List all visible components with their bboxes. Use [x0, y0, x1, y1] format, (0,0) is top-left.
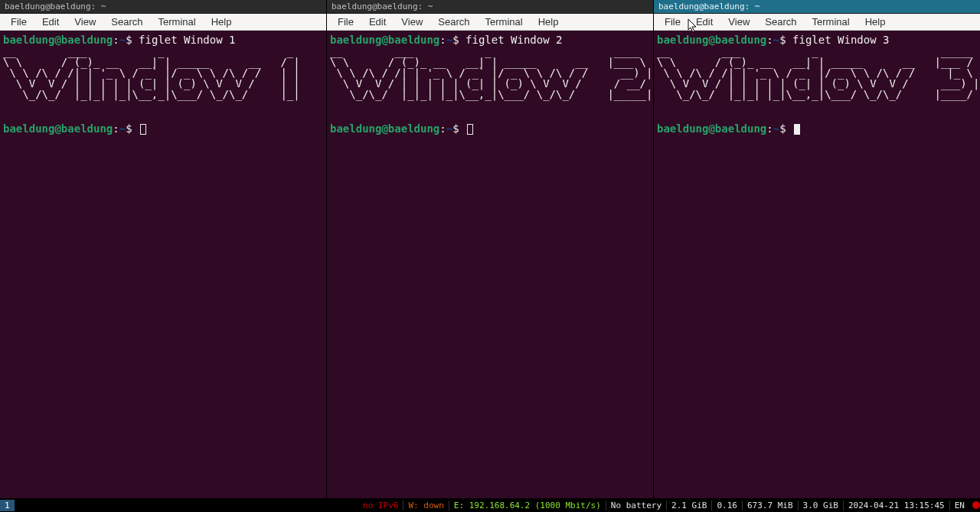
prompt-colon: :: [766, 34, 773, 46]
status-eth: E: 192.168.64.2 (1000 Mbit/s): [449, 501, 606, 510]
menu-search[interactable]: Search: [430, 15, 477, 29]
terminal-pane-2[interactable]: baeldung@baeldung: ~FileEditViewSearchTe…: [327, 0, 654, 498]
menu-file[interactable]: File: [3, 15, 34, 29]
figlet-output: __ ___ _ _ \ \ / (_)_ __ __| | _____ __ …: [3, 46, 323, 110]
workspace-badge[interactable]: 1: [0, 500, 15, 511]
prompt-user: baeldung@baeldung: [330, 122, 439, 135]
prompt-line: baeldung@baeldung:~$ figlet Window 2: [330, 34, 650, 46]
menu-view[interactable]: View: [394, 15, 430, 29]
menubar: FileEditViewSearchTerminalHelp: [654, 14, 980, 31]
prompt-user: baeldung@baeldung: [657, 34, 766, 46]
prompt-path: ~: [773, 122, 779, 135]
tiling-panes: baeldung@baeldung: ~FileEditViewSearchTe…: [0, 0, 980, 498]
prompt-user: baeldung@baeldung: [3, 34, 113, 46]
menu-help[interactable]: Help: [858, 15, 893, 29]
menu-terminal[interactable]: Terminal: [151, 15, 204, 29]
terminal[interactable]: baeldung@baeldung:~$ figlet Window 2__ _…: [327, 31, 653, 498]
command-text: figlet Window 3: [792, 34, 889, 46]
figlet-output: __ ___ _ ____ \ \ / (_)_ __ __| | _____ …: [330, 46, 650, 110]
prompt-path: ~: [119, 122, 126, 135]
figlet-output: __ ___ _ _____ \ \ / (_)_ __ __| | _____…: [657, 46, 977, 110]
prompt-path: ~: [119, 34, 126, 46]
prompt-dollar: $: [452, 122, 466, 135]
prompt-user: baeldung@baeldung: [657, 122, 766, 135]
status-datetime: 2024-04-21 13:15:45: [843, 501, 949, 510]
status-ipv6: no IPv6: [358, 501, 403, 510]
menubar: FileEditViewSearchTerminalHelp: [327, 14, 653, 31]
prompt-colon: :: [439, 34, 446, 46]
window-titlebar[interactable]: baeldung@baeldung: ~: [0, 0, 326, 14]
prompt-line: baeldung@baeldung:~$: [330, 122, 650, 135]
prompt-dollar: $: [126, 122, 139, 135]
menu-edit[interactable]: Edit: [688, 15, 720, 29]
status-disk: 673.7 MiB: [742, 501, 798, 510]
menubar: FileEditViewSearchTerminalHelp: [0, 14, 326, 31]
prompt-line: baeldung@baeldung:~$ figlet Window 1: [3, 34, 323, 46]
status-wifi: W: down: [403, 501, 448, 510]
menu-file[interactable]: File: [330, 15, 361, 29]
prompt-line: baeldung@baeldung:~$ figlet Window 3: [657, 34, 977, 46]
i3-status-bar[interactable]: 1 no IPv6 W: down E: 192.168.64.2 (1000 …: [0, 498, 980, 512]
prompt-path: ~: [446, 34, 452, 46]
menu-edit[interactable]: Edit: [34, 15, 67, 29]
menu-search[interactable]: Search: [103, 15, 150, 29]
menu-help[interactable]: Help: [531, 15, 567, 29]
prompt-path: ~: [773, 34, 779, 46]
terminal-cursor: [140, 124, 146, 135]
command-text: figlet Window 1: [139, 34, 235, 46]
command-text: figlet Window 2: [466, 34, 562, 46]
terminal-cursor: [794, 124, 800, 135]
prompt-dollar: $: [126, 34, 139, 46]
terminal[interactable]: baeldung@baeldung:~$ figlet Window 3__ _…: [654, 31, 980, 498]
terminal-pane-1[interactable]: baeldung@baeldung: ~FileEditViewSearchTe…: [0, 0, 327, 498]
menu-view[interactable]: View: [67, 15, 103, 29]
menu-terminal[interactable]: Terminal: [805, 15, 858, 29]
prompt-dollar: $: [779, 122, 792, 135]
prompt-path: ~: [446, 122, 452, 135]
terminal-pane-3[interactable]: baeldung@baeldung: ~FileEditViewSearchTe…: [654, 0, 980, 498]
prompt-user: baeldung@baeldung: [3, 122, 113, 135]
terminal-cursor: [467, 124, 473, 135]
prompt-colon: :: [113, 34, 119, 46]
status-lang: EN: [949, 501, 969, 510]
desktop: baeldung@baeldung: ~FileEditViewSearchTe…: [0, 0, 980, 512]
status-mem: 2.1 GiB: [666, 501, 711, 510]
status-load: 0.16: [711, 501, 742, 510]
close-icon[interactable]: [972, 501, 980, 509]
prompt-user: baeldung@baeldung: [330, 34, 439, 46]
menu-terminal[interactable]: Terminal: [478, 15, 531, 29]
window-titlebar[interactable]: baeldung@baeldung: ~: [327, 0, 653, 14]
menu-help[interactable]: Help: [204, 15, 240, 29]
status-battery: No battery: [606, 501, 666, 510]
prompt-colon: :: [113, 122, 119, 135]
prompt-line: baeldung@baeldung:~$: [3, 122, 323, 135]
terminal[interactable]: baeldung@baeldung:~$ figlet Window 1__ _…: [0, 31, 326, 498]
menu-search[interactable]: Search: [757, 15, 804, 29]
window-titlebar[interactable]: baeldung@baeldung: ~: [654, 0, 980, 14]
status-disk2: 3.0 GiB: [798, 501, 843, 510]
menu-view[interactable]: View: [720, 15, 757, 29]
prompt-line: baeldung@baeldung:~$: [657, 122, 977, 135]
prompt-dollar: $: [779, 34, 792, 46]
prompt-dollar: $: [452, 34, 466, 46]
prompt-colon: :: [439, 122, 446, 135]
menu-file[interactable]: File: [657, 15, 688, 29]
prompt-colon: :: [766, 122, 773, 135]
menu-edit[interactable]: Edit: [361, 15, 394, 29]
